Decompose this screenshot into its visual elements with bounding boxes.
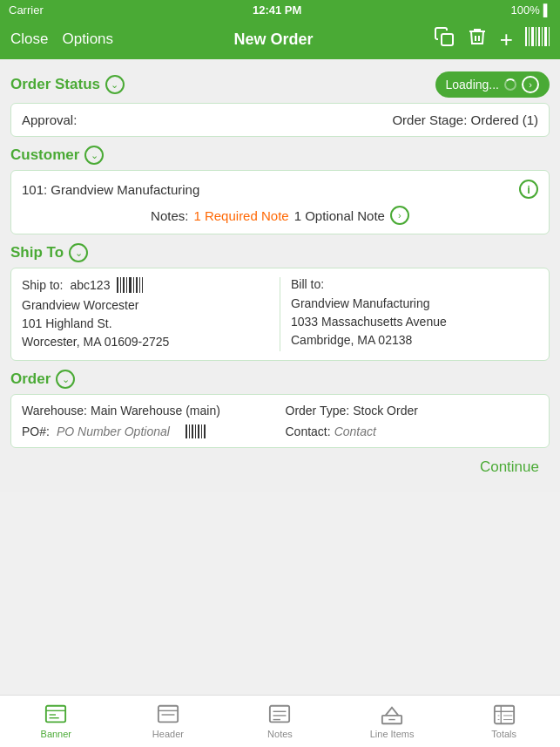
order-grid: Warehouse: Main Warehouse (main) Order T… [22,404,538,438]
svg-rect-10 [120,277,121,293]
order-card: Warehouse: Main Warehouse (main) Order T… [10,394,550,448]
info-icon[interactable]: i [519,180,538,199]
customer-label: Customer [10,146,79,164]
required-note-count: 1 Required Note [193,208,288,223]
loading-spinner [504,78,516,91]
plus-icon[interactable]: + [500,26,513,53]
order-stage-value: Order Stage: Ordered (1) [392,112,538,127]
tab-notes[interactable]: Notes [224,696,336,747]
options-button[interactable]: Options [62,31,113,48]
arrow-right-icon: › [522,76,539,93]
close-button[interactable]: Close [10,31,48,48]
warehouse-field: Warehouse: Main Warehouse (main) [22,404,275,418]
vertical-divider [280,277,280,351]
continue-button[interactable]: Continue [10,452,550,483]
loading-label: Loading... [446,78,500,92]
svg-rect-15 [136,277,138,293]
svg-rect-9 [117,277,118,293]
order-type-field: Order Type: Stock Order [286,404,539,418]
copy-icon[interactable] [434,26,455,52]
status-right: 100% ▌ [511,3,551,17]
po-barcode-icon [186,424,206,438]
order-section-label: Order [10,370,51,388]
contact-input[interactable] [334,424,439,438]
ship-bill-row: Ship to: abc123 Grandvi [22,277,538,351]
customer-name: 101: Grandview Manufacturing [22,182,199,197]
svg-rect-17 [142,277,143,293]
bill-addr-line3: Cambridge, MA 02138 [291,331,538,350]
tab-line-items[interactable]: Line Items [336,696,449,747]
svg-rect-11 [123,277,125,293]
tab-header[interactable]: Header [112,696,225,747]
ship-to-field-row: Ship to: abc123 [22,277,269,293]
notes-prefix: Notes: [151,208,188,223]
contact-field: Contact: [286,424,539,438]
svg-rect-23 [201,424,202,438]
notes-tab-icon [268,703,291,726]
tab-totals-label: Totals [491,729,516,739]
svg-rect-14 [133,277,134,293]
order-status-chevron[interactable]: ⌄ [105,75,125,94]
contact-label: Contact: [286,424,331,438]
ship-addr-line1: Grandview Worcester [22,296,269,315]
order-status-card: Approval: Order Stage: Ordered (1) [10,103,550,137]
svg-rect-2 [529,27,530,46]
svg-rect-4 [536,27,536,46]
svg-rect-24 [204,424,206,438]
svg-rect-7 [544,27,547,46]
trash-icon[interactable] [467,26,488,52]
svg-rect-0 [442,34,453,45]
order-type-value: Stock Order [353,404,418,418]
order-section-header: Order ⌄ [10,370,550,389]
svg-rect-5 [538,27,540,46]
bill-address: Grandview Manufacturing 1033 Massachuset… [291,295,538,350]
svg-rect-16 [139,277,140,293]
totals-tab-icon [493,703,516,726]
loading-button[interactable]: Loading... › [435,71,550,98]
po-input[interactable] [57,424,179,438]
continue-label: Continue [480,458,539,475]
carrier-label: Carrier [9,3,44,17]
notes-chevron[interactable]: › [390,206,409,225]
svg-rect-21 [195,424,196,438]
approval-row: Approval: Order Stage: Ordered (1) [22,112,538,127]
po-row: PO#: [22,424,275,438]
svg-rect-18 [186,424,187,438]
svg-rect-25 [46,706,65,723]
ship-to-chevron[interactable]: ⌄ [69,243,88,262]
order-status-label: Order Status [10,76,100,93]
tab-totals[interactable]: Totals [448,696,560,747]
time-label: 12:41 PM [253,3,301,17]
svg-rect-1 [525,27,527,46]
nav-right: + [434,26,550,53]
optional-note-count: 1 Optional Note [294,208,385,223]
svg-rect-38 [495,706,514,723]
battery-label: 100% [511,3,540,17]
ship-addr-line2: 101 Highland St. [22,315,269,333]
customer-chevron[interactable]: ⌄ [84,146,104,165]
ship-to-code: abc123 [70,278,110,292]
svg-rect-22 [198,424,199,438]
bill-to-label: Bill to: [291,277,538,291]
svg-rect-3 [531,27,534,46]
header-tab-icon [157,703,179,726]
ship-to-field-label: Ship to: [22,278,63,292]
svg-rect-29 [159,706,178,723]
ship-to-label: Ship To [10,244,64,261]
battery-icon: ▌ [543,3,551,17]
bill-column: Bill to: Grandview Manufacturing 1033 Ma… [291,277,538,351]
tab-banner-label: Banner [41,729,71,739]
po-label: PO#: [22,424,50,438]
main-content: Order Status ⌄ Loading... › Approval: Or… [0,59,560,492]
customer-header: Customer ⌄ [10,146,550,165]
barcode-icon[interactable] [525,27,550,51]
customer-card: 101: Grandview Manufacturing i Notes: 1 … [10,170,550,234]
order-status-header: Order Status ⌄ [10,75,125,94]
svg-rect-19 [189,424,190,438]
bill-addr-line1: Grandview Manufacturing [291,295,538,313]
order-chevron[interactable]: ⌄ [56,370,75,389]
tab-banner[interactable]: Banner [0,696,112,747]
svg-rect-20 [192,424,193,438]
bill-addr-line2: 1033 Massachusetts Avenue [291,313,538,331]
ship-address: Grandview Worcester 101 Highland St. Wor… [22,296,269,351]
